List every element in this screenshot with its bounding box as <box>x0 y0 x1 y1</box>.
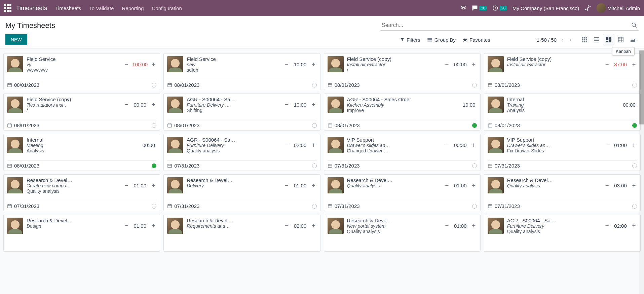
timesheet-card[interactable]: AGR - S00064 - Sa… Furniture Delivery … … <box>163 94 320 131</box>
time-increase-button[interactable]: + <box>471 142 477 148</box>
pager-next[interactable]: › <box>568 36 573 43</box>
view-kanban-icon[interactable]: Kanban <box>603 34 614 45</box>
time-decrease-button[interactable]: − <box>123 183 129 189</box>
time-increase-button[interactable]: + <box>311 182 317 188</box>
card-date: 07/31/2023 <box>328 203 360 209</box>
apps-icon[interactable] <box>4 4 12 12</box>
timesheet-card[interactable]: Field Service (copy) Two radiators inst…… <box>3 94 160 131</box>
time-decrease-button[interactable]: − <box>444 62 450 68</box>
status-indicator[interactable] <box>152 204 156 209</box>
activities-icon[interactable]: 28 <box>492 5 507 11</box>
time-decrease-button[interactable]: − <box>123 102 129 108</box>
pager-prev[interactable]: ‹ <box>560 36 565 43</box>
time-increase-button[interactable]: + <box>631 142 637 148</box>
pager-value[interactable]: 1-50 / 50 <box>537 37 557 43</box>
status-indicator[interactable] <box>152 123 156 128</box>
timesheet-card[interactable]: Research & Devel… Quality analysis − 03:… <box>484 174 641 211</box>
time-decrease-button[interactable]: − <box>284 223 290 229</box>
user-menu[interactable]: Mitchell Admin <box>597 3 640 13</box>
time-decrease-button[interactable]: − <box>284 62 290 68</box>
menu-to-validate[interactable]: To Validate <box>89 5 114 11</box>
menu-timesheets[interactable]: Timesheets <box>55 5 81 11</box>
time-increase-button[interactable]: + <box>471 223 477 229</box>
status-indicator[interactable] <box>472 163 477 168</box>
time-increase-button[interactable]: + <box>150 102 156 108</box>
time-decrease-button[interactable]: − <box>123 223 129 229</box>
status-indicator[interactable] <box>312 204 317 209</box>
search-icon[interactable] <box>630 21 639 30</box>
debug-icon[interactable] <box>584 5 591 11</box>
timesheet-card[interactable]: Field Service (copy) Install air extract… <box>484 53 641 90</box>
time-increase-button[interactable]: + <box>311 102 317 108</box>
time-decrease-button[interactable]: − <box>604 223 610 229</box>
status-indicator[interactable] <box>632 204 637 209</box>
status-indicator[interactable] <box>472 123 477 128</box>
status-indicator[interactable] <box>472 204 477 209</box>
menu-reporting[interactable]: Reporting <box>122 5 144 11</box>
time-increase-button[interactable]: + <box>150 62 156 68</box>
status-indicator[interactable] <box>312 163 317 168</box>
time-decrease-button[interactable]: − <box>444 142 450 148</box>
time-decrease-button[interactable]: − <box>444 182 450 188</box>
status-indicator[interactable] <box>632 83 637 87</box>
time-increase-button[interactable]: + <box>311 223 317 229</box>
timesheet-card[interactable]: Research & Devel… Requirements ana… − 02… <box>163 215 320 252</box>
time-increase-button[interactable]: + <box>471 182 477 188</box>
card-project: AGR - S00064 - Sa… <box>187 137 280 143</box>
timesheet-card[interactable]: Research & Devel… Create new compo… Qual… <box>3 174 160 211</box>
time-increase-button[interactable]: + <box>150 183 156 189</box>
status-indicator[interactable] <box>312 123 317 128</box>
view-kanban-small-icon[interactable] <box>579 34 590 45</box>
timesheet-card[interactable]: Internal Training Analysis 00:00 08/01/2… <box>484 94 641 131</box>
favorites-dropdown[interactable]: Favorites <box>462 37 490 43</box>
new-button[interactable]: NEW <box>5 34 27 45</box>
messaging-icon[interactable]: 10 <box>472 5 487 11</box>
menu-configuration[interactable]: Configuration <box>152 5 182 11</box>
phone-icon[interactable] <box>460 5 466 11</box>
timesheet-card[interactable]: Field Service vy vvvvvvvvv − 100:00 + 08… <box>3 53 160 90</box>
time-decrease-button[interactable]: − <box>604 142 610 148</box>
time-decrease-button[interactable]: − <box>444 223 450 229</box>
timesheet-card[interactable]: AGR - S00064 - Sales Order Kitchen Assem… <box>324 94 481 131</box>
timesheet-card[interactable]: Field Service (copy) Install air extract… <box>324 53 481 90</box>
timesheet-card[interactable]: VIP Support Drawer's slides an… Fix Draw… <box>484 134 641 171</box>
time-increase-button[interactable]: + <box>311 62 317 68</box>
company-switcher[interactable]: My Company (San Francisco) <box>513 5 579 11</box>
time-decrease-button[interactable]: − <box>284 182 290 188</box>
filters-dropdown[interactable]: Filters <box>400 37 420 43</box>
timesheet-card[interactable]: Field Service new sdfqh − 10:00 + 08/01/… <box>163 53 320 90</box>
time-increase-button[interactable]: + <box>631 61 637 67</box>
view-graph-icon[interactable] <box>627 34 639 45</box>
groupby-dropdown[interactable]: Group By <box>427 37 456 43</box>
time-increase-button[interactable]: + <box>311 142 317 148</box>
time-decrease-button[interactable]: − <box>604 61 610 67</box>
timesheet-card[interactable]: Research & Devel… Delivery − 01:00 + 07/… <box>163 174 320 211</box>
time-decrease-button[interactable]: − <box>284 102 290 108</box>
time-decrease-button[interactable]: − <box>123 62 129 68</box>
status-indicator[interactable] <box>632 123 637 128</box>
time-decrease-button[interactable]: − <box>604 182 610 188</box>
search-input[interactable] <box>380 20 630 30</box>
view-pivot-icon[interactable] <box>615 34 627 45</box>
time-increase-button[interactable]: + <box>471 62 477 68</box>
timesheet-card[interactable]: Internal Meeting Analysis 00:00 08/01/20… <box>3 134 160 171</box>
time-increase-button[interactable]: + <box>150 223 156 229</box>
time-decrease-button[interactable]: − <box>284 142 290 148</box>
status-indicator[interactable] <box>472 83 477 87</box>
status-indicator[interactable] <box>152 163 156 168</box>
timesheet-card[interactable]: Research & Devel… New portal system Qual… <box>324 215 481 252</box>
status-indicator[interactable] <box>632 163 637 168</box>
status-indicator[interactable] <box>152 83 156 87</box>
timesheet-card[interactable]: Research & Devel… Design − 01:00 + <box>3 215 160 252</box>
timesheet-card[interactable]: AGR - S00064 - Sa… Furniture Delivery Qu… <box>484 215 641 252</box>
timesheet-card[interactable]: Research & Devel… Quality analysis − 01:… <box>324 174 481 211</box>
time-increase-button[interactable]: + <box>631 182 637 188</box>
time-increase-button[interactable]: + <box>631 223 637 229</box>
status-indicator[interactable] <box>312 83 317 87</box>
timesheet-card[interactable]: AGR - S00064 - Sa… Furniture Delivery Qu… <box>163 134 320 171</box>
app-brand[interactable]: Timesheets <box>16 5 47 12</box>
view-list-icon[interactable] <box>591 34 602 45</box>
scrollbar-thumb[interactable] <box>639 50 644 124</box>
scrollbar[interactable] <box>639 50 644 292</box>
timesheet-card[interactable]: VIP Support Drawer's slides an… Changed … <box>324 134 481 171</box>
